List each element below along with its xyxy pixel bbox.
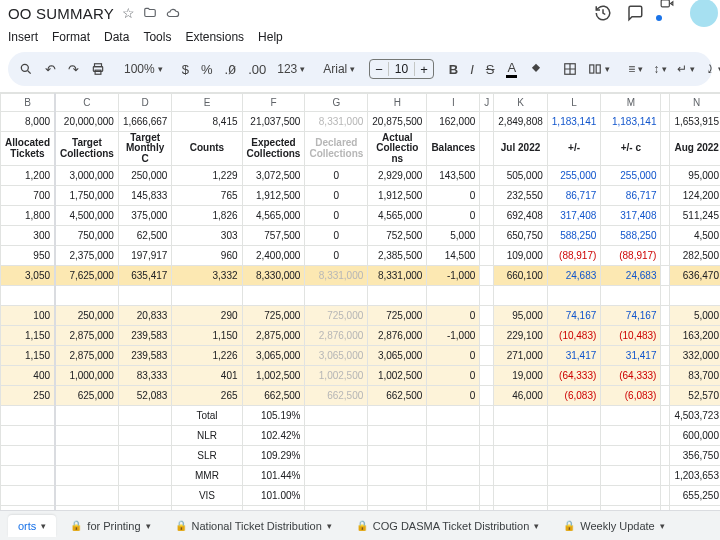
cell[interactable]: [547, 446, 601, 466]
cell[interactable]: [661, 346, 670, 366]
cell[interactable]: [427, 286, 480, 306]
cell[interactable]: 83,700: [670, 366, 720, 386]
cell[interactable]: 960: [172, 246, 242, 266]
cell[interactable]: (88,917): [601, 246, 661, 266]
cell[interactable]: 5,000: [670, 306, 720, 326]
cell[interactable]: 635,417: [118, 266, 172, 286]
cell[interactable]: 8,331,000: [368, 266, 427, 286]
cell[interactable]: 0: [305, 186, 368, 206]
cell[interactable]: 1,200: [1, 166, 56, 186]
column-header[interactable]: K: [494, 94, 548, 112]
cell[interactable]: 588,250: [547, 226, 601, 246]
cell[interactable]: 400: [1, 366, 56, 386]
cell[interactable]: 0: [305, 246, 368, 266]
cell[interactable]: [661, 226, 670, 246]
cell[interactable]: 143,500: [427, 166, 480, 186]
cell[interactable]: -1,000: [427, 326, 480, 346]
cell[interactable]: [1, 426, 56, 446]
move-folder-icon[interactable]: [143, 6, 157, 20]
cell[interactable]: 0: [427, 186, 480, 206]
cell[interactable]: 375,000: [118, 206, 172, 226]
cell[interactable]: [601, 486, 661, 506]
cell[interactable]: [480, 186, 494, 206]
cloud-status-icon[interactable]: [165, 6, 180, 20]
text-color-icon[interactable]: A: [501, 56, 522, 82]
cell[interactable]: 0: [305, 226, 368, 246]
cell[interactable]: 8,331,000: [305, 112, 368, 132]
decrease-decimal-icon[interactable]: .0̷: [220, 58, 242, 81]
cell[interactable]: 1,653,915: [670, 112, 720, 132]
cell[interactable]: 1,800: [1, 206, 56, 226]
cell[interactable]: 2,929,000: [368, 166, 427, 186]
cell[interactable]: 750,000: [55, 226, 118, 246]
cell[interactable]: 1,826: [172, 206, 242, 226]
cell[interactable]: 1,203,653: [670, 466, 720, 486]
cell[interactable]: [547, 426, 601, 446]
cell[interactable]: 317,408: [547, 206, 601, 226]
cell[interactable]: 3,065,000: [242, 346, 305, 366]
cell[interactable]: [661, 406, 670, 426]
undo-icon[interactable]: ↶: [40, 58, 61, 81]
cell[interactable]: 725,000: [305, 306, 368, 326]
cell[interactable]: 662,500: [305, 386, 368, 406]
cell[interactable]: [480, 166, 494, 186]
cell[interactable]: 31,417: [601, 346, 661, 366]
fill-color-icon[interactable]: [524, 58, 548, 80]
more-formats[interactable]: 123 ▾: [273, 60, 309, 78]
cell[interactable]: [305, 446, 368, 466]
search-menus-icon[interactable]: [14, 58, 38, 80]
cell[interactable]: [661, 386, 670, 406]
cell[interactable]: 14,500: [427, 246, 480, 266]
cell[interactable]: [118, 406, 172, 426]
cell[interactable]: [480, 246, 494, 266]
cell[interactable]: 1,226: [172, 346, 242, 366]
font-select[interactable]: Arial ▾: [319, 60, 359, 78]
meet-icon[interactable]: [658, 0, 676, 29]
cell[interactable]: [427, 406, 480, 426]
cell[interactable]: 162,000: [427, 112, 480, 132]
cell[interactable]: [480, 446, 494, 466]
cell[interactable]: [242, 286, 305, 306]
cell[interactable]: 229,100: [494, 326, 548, 346]
cell[interactable]: [480, 112, 494, 132]
percent-icon[interactable]: %: [196, 58, 218, 81]
cell[interactable]: [601, 426, 661, 446]
cell[interactable]: [661, 446, 670, 466]
cell[interactable]: [661, 206, 670, 226]
cell[interactable]: [661, 286, 670, 306]
cell[interactable]: 86,717: [547, 186, 601, 206]
cell[interactable]: 20,000,000: [55, 112, 118, 132]
cell[interactable]: [427, 486, 480, 506]
cell[interactable]: Total: [172, 406, 242, 426]
cell[interactable]: 2,400,000: [242, 246, 305, 266]
menu-format[interactable]: Format: [52, 30, 90, 44]
cell[interactable]: [368, 406, 427, 426]
italic-icon[interactable]: I: [465, 58, 479, 81]
cell[interactable]: 1,002,500: [368, 366, 427, 386]
print-icon[interactable]: [86, 58, 110, 80]
cell[interactable]: 725,000: [242, 306, 305, 326]
cell[interactable]: 1,229: [172, 166, 242, 186]
cell[interactable]: 239,583: [118, 346, 172, 366]
cell[interactable]: 0: [427, 366, 480, 386]
cell[interactable]: [305, 466, 368, 486]
cell[interactable]: -1,000: [427, 266, 480, 286]
cell[interactable]: [601, 286, 661, 306]
wrap-icon[interactable]: ↵ ▾: [673, 60, 699, 78]
cell[interactable]: [118, 466, 172, 486]
cell[interactable]: (10,483): [601, 326, 661, 346]
cell[interactable]: [427, 446, 480, 466]
cell[interactable]: [480, 206, 494, 226]
cell[interactable]: 2,875,000: [55, 326, 118, 346]
cell[interactable]: 700: [1, 186, 56, 206]
cell[interactable]: [480, 326, 494, 346]
menu-extensions[interactable]: Extensions: [185, 30, 244, 44]
bold-icon[interactable]: B: [444, 58, 463, 81]
cell[interactable]: [547, 406, 601, 426]
cell[interactable]: [368, 466, 427, 486]
cell[interactable]: 3,072,500: [242, 166, 305, 186]
cell[interactable]: 505,000: [494, 166, 548, 186]
cell[interactable]: 74,167: [547, 306, 601, 326]
cell[interactable]: 725,000: [368, 306, 427, 326]
chevron-down-icon[interactable]: ▾: [534, 521, 539, 531]
